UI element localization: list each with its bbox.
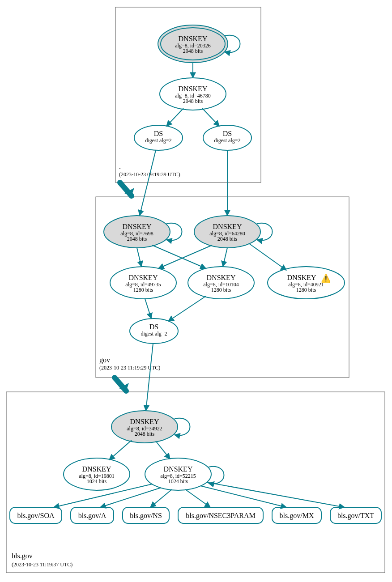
rr-mx: bls.gov/MX [272, 507, 321, 523]
svg-text:2048 bits: 2048 bits [183, 48, 203, 54]
node-root-zsk: DNSKEY alg=8, id=46780 2048 bits [160, 78, 226, 110]
zone-root-label: . [119, 163, 121, 170]
svg-text:1280 bits: 1280 bits [211, 287, 231, 293]
svg-text:DS: DS [223, 130, 232, 137]
node-bls-zsk1: DNSKEY alg=8, id=19801 1024 bits [64, 458, 130, 490]
svg-text:DNSKEY: DNSKEY [207, 274, 236, 281]
svg-text:1024 bits: 1024 bits [168, 478, 188, 484]
zone-bls-time: (2023-10-23 11:19:37 UTC) [12, 561, 72, 568]
svg-text:digest alg=2: digest alg=2 [145, 137, 171, 144]
edge-root-zsk-ds2 [202, 108, 219, 126]
svg-text:2048 bits: 2048 bits [183, 98, 203, 104]
svg-text:1024 bits: 1024 bits [87, 478, 107, 484]
svg-text:2048 bits: 2048 bits [135, 431, 155, 437]
edge-govzsk2-ds [168, 296, 206, 321]
node-root-ksk: DNSKEY alg=8, id=20326 2048 bits [158, 25, 228, 63]
edge-govksk2-zsk1 [158, 245, 212, 268]
edge-blsksk-zsk2 [156, 441, 170, 459]
node-gov-ksk2: DNSKEY alg=8, id=64280 2048 bits [194, 216, 260, 248]
edge-zsk2-a [100, 488, 161, 507]
svg-text:DNSKEY: DNSKEY [179, 35, 208, 42]
svg-text:DNSKEY: DNSKEY [179, 85, 208, 93]
edge-ds1-govksk1 [140, 150, 156, 216]
edge-govds-blsksk [146, 344, 153, 411]
node-gov-zsk1: DNSKEY alg=8, id=49735 1280 bits [110, 267, 176, 299]
node-root-ds1: DS digest alg=2 [134, 125, 183, 150]
zone-gov-label: gov [99, 356, 110, 364]
rr-txt: bls.gov/TXT [330, 507, 381, 523]
svg-text:1280 bits: 1280 bits [133, 287, 153, 293]
rr-ns: bls.gov/NS [123, 507, 169, 523]
edge-zsk2-nsec3 [185, 489, 210, 507]
edge-govksk1-zsk2 [152, 245, 206, 268]
edge-root-zsk-ds1 [166, 108, 183, 126]
svg-text:DNSKEY: DNSKEY [82, 465, 111, 473]
svg-text:DNSKEY: DNSKEY [164, 465, 193, 473]
node-gov-zsk2: DNSKEY alg=8, id=10104 1280 bits [188, 267, 254, 299]
svg-text:bls.gov/A: bls.gov/A [78, 512, 107, 520]
svg-text:digest alg=2: digest alg=2 [214, 137, 240, 144]
svg-text:DNSKEY: DNSKEY [287, 274, 316, 281]
svg-text:1280 bits: 1280 bits [296, 287, 316, 293]
dnssec-graph: . (2023-10-23 09:19:39 UTC) DNSKEY alg=8… [0, 0, 392, 582]
node-root-ds2: DS digest alg=2 [203, 125, 251, 150]
svg-text:DS: DS [149, 323, 158, 331]
zone-gov-time: (2023-10-23 11:19:29 UTC) [99, 365, 160, 371]
svg-text:DNSKEY: DNSKEY [129, 274, 158, 281]
svg-text:DS: DS [154, 130, 163, 137]
node-gov-zsk3: DNSKEY ⚠️ alg=8, id=40921 1280 bits [268, 267, 345, 299]
node-bls-zsk2: DNSKEY alg=8, id=52215 1024 bits [145, 458, 211, 490]
edge-govksk1-zsk1 [137, 248, 141, 267]
edge-govksk2-zsk3 [249, 243, 286, 270]
svg-text:2048 bits: 2048 bits [127, 236, 147, 242]
svg-text:bls.gov/SOA: bls.gov/SOA [17, 512, 55, 520]
zone-bls-label: bls.gov [12, 552, 33, 560]
svg-text:DNSKEY: DNSKEY [213, 223, 242, 230]
svg-text:digest alg=2: digest alg=2 [141, 331, 167, 337]
edge-blsksk-zsk1 [109, 440, 132, 460]
svg-text:DNSKEY: DNSKEY [123, 223, 152, 230]
rr-a: bls.gov/A [71, 507, 114, 523]
svg-text:bls.gov/MX: bls.gov/MX [280, 512, 314, 520]
edge-zsk2-ns [150, 489, 172, 507]
rr-nsec3: bls.gov/NSEC3PARAM [178, 507, 263, 523]
svg-text:DNSKEY: DNSKEY [130, 418, 159, 425]
svg-text:bls.gov/TXT: bls.gov/TXT [337, 512, 374, 520]
node-bls-ksk: DNSKEY alg=8, id=34922 2048 bits [111, 411, 178, 443]
rr-soa: bls.gov/SOA [10, 507, 62, 523]
svg-text:2048 bits: 2048 bits [217, 236, 238, 242]
node-gov-ds: DS digest alg=2 [130, 319, 178, 344]
edge-zsk2-txt [207, 482, 345, 507]
edge-govzsk1-ds [145, 299, 151, 319]
svg-text:bls.gov/NS: bls.gov/NS [130, 512, 162, 520]
svg-text:bls.gov/NSEC3PARAM: bls.gov/NSEC3PARAM [186, 512, 255, 520]
node-gov-ksk1: DNSKEY alg=8, id=7698 2048 bits [104, 216, 170, 248]
edge-govksk2-zsk2 [223, 248, 227, 267]
